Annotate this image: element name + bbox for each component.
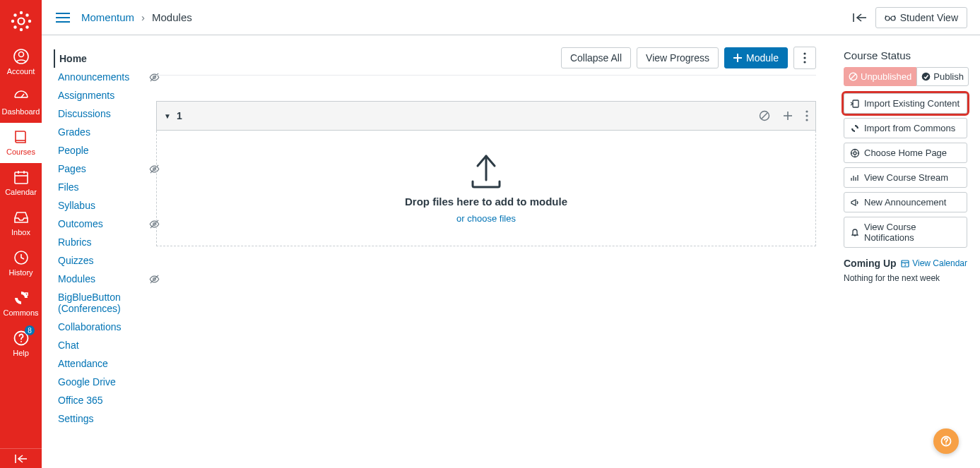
course-nav-link-rubrics[interactable]: Rubrics — [54, 233, 148, 251]
breadcrumb: Momentum › Modules — [81, 11, 192, 23]
plus-icon — [733, 54, 742, 62]
course-nav-link-home[interactable]: Home — [55, 49, 148, 68]
course-nav-link-discussions[interactable]: Discussions — [54, 104, 148, 123]
svg-point-53 — [922, 73, 931, 81]
global-nav-inbox[interactable]: Inbox — [0, 203, 42, 244]
module-dropzone[interactable]: Drop files here to add to module or choo… — [156, 131, 816, 246]
global-nav-calendar[interactable]: Calendar — [0, 163, 42, 203]
module-collapse-toggle[interactable]: ▼ — [164, 112, 171, 120]
add-module-button[interactable]: Module — [724, 47, 788, 68]
global-nav-dashboard[interactable]: Dashboard — [0, 83, 42, 123]
choose-files-link[interactable]: or choose files — [456, 213, 516, 224]
help-fab-button[interactable] — [933, 428, 959, 454]
aside-choose-home-page-button[interactable]: Choose Home Page — [844, 143, 967, 163]
aside-view-course-notifications-button[interactable]: View Course Notifications — [844, 217, 967, 248]
global-nav-history[interactable]: History — [0, 244, 42, 284]
svg-point-10 — [18, 52, 23, 57]
commons-sm-icon — [850, 124, 860, 133]
user-icon — [13, 48, 30, 65]
svg-text:3: 3 — [904, 263, 907, 267]
course-menu-toggle[interactable] — [53, 8, 73, 28]
course-nav-item-home: Home — [54, 49, 148, 68]
course-nav-link-chat[interactable]: Chat — [54, 336, 148, 354]
course-nav-link-google-drive[interactable]: Google Drive — [54, 373, 148, 391]
module-add-item-button[interactable] — [783, 111, 793, 121]
breadcrumb-course-link[interactable]: Momentum — [81, 11, 134, 23]
view-calendar-link[interactable]: 3 View Calendar — [901, 258, 967, 268]
aside-button-label: View Course Notifications — [864, 222, 961, 243]
check-circle-icon — [921, 72, 931, 81]
course-status-toggle: Unpublished Publish — [844, 67, 967, 86]
aside-new-announcement-button[interactable]: New Announcement — [844, 192, 967, 212]
course-nav-link-files[interactable]: Files — [54, 178, 148, 196]
global-nav-commons[interactable]: Commons — [0, 284, 42, 324]
course-aside: Course Status Unpublished Publish Import… — [844, 49, 967, 283]
svg-point-4 — [28, 20, 30, 23]
svg-point-48 — [805, 114, 808, 116]
course-nav-link-announcements[interactable]: Announcements — [54, 68, 148, 86]
course-nav-link-people[interactable]: People — [54, 141, 148, 160]
svg-point-20 — [20, 341, 22, 342]
app-logo[interactable] — [0, 0, 42, 42]
modules-more-menu[interactable] — [793, 47, 816, 69]
aside-button-label: View Course Stream — [864, 172, 948, 183]
course-nav-link-assignments[interactable]: Assignments — [54, 86, 148, 104]
svg-point-3 — [11, 20, 13, 23]
course-nav-link-quizzes[interactable]: Quizzes — [54, 251, 148, 270]
student-view-button[interactable]: Student View — [875, 7, 967, 28]
course-nav-link-office-365[interactable]: Office 365 — [54, 391, 148, 409]
course-nav-item-google-drive: Google Drive — [54, 373, 148, 391]
course-nav-link-pages[interactable]: Pages — [54, 160, 148, 178]
course-nav-link-attendance[interactable]: Attendance — [54, 354, 148, 373]
aside-view-course-stream-button[interactable]: View Course Stream — [844, 167, 967, 188]
stream-icon — [850, 173, 860, 183]
course-nav-link-outcomes[interactable]: Outcomes — [54, 215, 148, 233]
publish-label: Publish — [933, 71, 964, 82]
publish-button[interactable]: Publish — [916, 67, 969, 86]
course-nav-link-modules[interactable]: Modules — [54, 270, 148, 288]
global-nav-help[interactable]: Help8 — [0, 324, 42, 364]
module-publish-status-icon[interactable] — [759, 110, 770, 121]
global-nav-label: Dashboard — [2, 107, 40, 116]
course-nav-link-grades[interactable]: Grades — [54, 123, 148, 141]
collapse-sidebar-button[interactable] — [853, 13, 867, 23]
aside-import-from-commons-button[interactable]: Import from Commons — [844, 118, 967, 138]
global-nav-label: Commons — [3, 308, 38, 317]
svg-point-7 — [13, 25, 16, 28]
dashboard-icon — [13, 88, 30, 105]
view-progress-button[interactable]: View Progress — [637, 47, 719, 68]
svg-point-6 — [25, 13, 28, 16]
svg-point-2 — [19, 28, 22, 31]
aside-button-label: Choose Home Page — [864, 148, 947, 158]
glasses-icon — [885, 14, 896, 21]
unpublished-button[interactable]: Unpublished — [844, 67, 916, 86]
global-nav-account[interactable]: Account — [0, 42, 42, 83]
course-nav-item-rubrics: Rubrics — [54, 233, 148, 251]
commons-icon — [13, 289, 30, 306]
global-nav-label: Courses — [6, 148, 35, 156]
svg-point-47 — [805, 110, 808, 112]
aside-button-label: Import Existing Content — [864, 98, 960, 109]
course-nav-link-syllabus[interactable]: Syllabus — [54, 196, 148, 215]
svg-point-0 — [18, 18, 24, 25]
aside-import-existing-content-button[interactable]: Import Existing Content — [844, 93, 967, 114]
module-more-menu[interactable] — [805, 110, 808, 121]
global-nav-courses[interactable]: Courses — [0, 123, 42, 163]
module-header: ▼ 1 — [156, 101, 816, 131]
course-nav-link-settings[interactable]: Settings — [54, 409, 148, 428]
svg-point-41 — [803, 56, 805, 59]
svg-point-56 — [854, 152, 856, 155]
course-nav-item-assignments: Assignments — [54, 86, 148, 104]
clock-icon — [13, 249, 30, 266]
course-status-heading: Course Status — [844, 49, 967, 61]
global-nav-label: Calendar — [5, 188, 37, 196]
svg-point-8 — [25, 25, 28, 28]
collapse-all-button[interactable]: Collapse All — [561, 47, 631, 68]
collapse-global-nav-button[interactable] — [0, 448, 42, 468]
student-view-label: Student View — [900, 12, 958, 23]
svg-line-44 — [762, 113, 767, 119]
course-nav-link-collaborations[interactable]: Collaborations — [54, 318, 148, 336]
course-nav-item-grades: Grades — [54, 123, 148, 141]
course-nav-link-bigbluebutton-conferences-[interactable]: BigBlueButton (Conferences) — [54, 288, 148, 318]
module-block: ▼ 1 Drop files here to add to module or … — [156, 101, 816, 246]
